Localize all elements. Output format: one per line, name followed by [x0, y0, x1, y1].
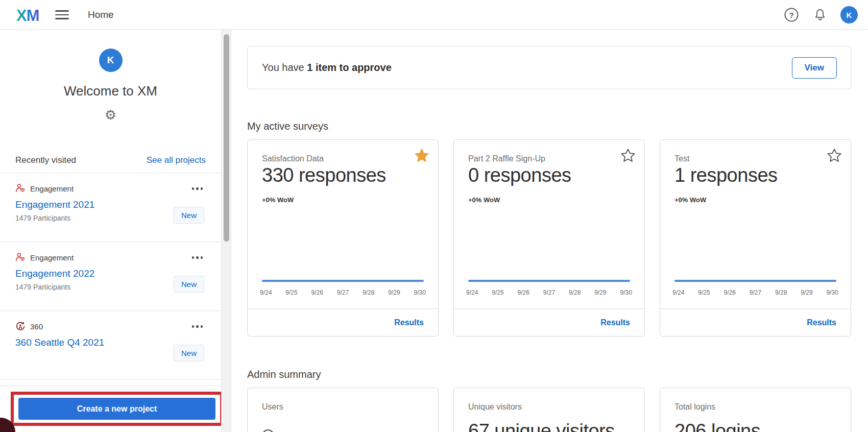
- results-link[interactable]: Results: [394, 318, 424, 327]
- wow-delta: +0% WoW: [674, 196, 706, 204]
- project-menu-dots-icon[interactable]: [190, 323, 205, 330]
- survey-card-footer: Results: [248, 308, 438, 336]
- favorite-star-icon[interactable]: [621, 148, 635, 162]
- admin-card-unique-visitors: Unique visitors 67 unique visitors: [453, 388, 645, 432]
- recently-visited-label: Recently visited: [15, 155, 76, 165]
- body: K Welcome to XM ⚙ Recently visited See a…: [0, 30, 868, 432]
- sidebar-bottom-bar: Create a new project: [0, 386, 221, 432]
- project-type-row: Engagement: [15, 183, 206, 194]
- survey-card-test: Test 1 responses +0% WoW 9/249/259/269/2…: [660, 139, 851, 337]
- person-heart-icon: [15, 252, 26, 262]
- date-tick: 9/30: [414, 289, 426, 296]
- approval-text-prefix: You have: [262, 62, 307, 73]
- settings-gear-icon[interactable]: ⚙: [105, 108, 116, 122]
- notifications-bell-icon[interactable]: [812, 7, 828, 23]
- date-tick: 9/29: [801, 289, 812, 296]
- help-icon[interactable]: ?: [783, 7, 800, 23]
- approval-banner: You have 1 item to approve View: [247, 46, 851, 89]
- admin-cards-row: Users Unique visitors 67 unique visitors…: [247, 388, 851, 432]
- sparkline-date-axis: 9/249/259/269/279/289/299/30: [672, 289, 838, 296]
- person-heart-icon: [15, 183, 26, 194]
- sparkline-date-axis: 9/249/259/269/279/289/299/30: [466, 289, 632, 296]
- favorite-star-icon[interactable]: [827, 148, 841, 162]
- xm-logo[interactable]: XM: [16, 7, 39, 25]
- project-menu-dots-icon[interactable]: [190, 185, 205, 192]
- date-tick: 9/24: [466, 289, 478, 296]
- admin-card-title: Users: [262, 402, 283, 412]
- survey-card-footer: Results: [454, 308, 644, 336]
- hamburger-menu-icon[interactable]: [55, 9, 69, 20]
- active-surveys-heading: My active surveys: [247, 119, 851, 133]
- date-tick: 9/25: [492, 289, 503, 296]
- survey-title: Part 2 Raffle Sign-Up: [468, 154, 545, 163]
- results-link[interactable]: Results: [600, 318, 630, 327]
- recently-visited-header: Recently visited See all projects: [15, 155, 206, 165]
- project-type-label: 360: [30, 322, 43, 331]
- user-avatar[interactable]: K: [840, 6, 858, 23]
- page-title: Home: [88, 9, 114, 20]
- sidebar-profile: K Welcome to XM ⚙: [0, 49, 221, 122]
- admin-card-title: Total logins: [674, 402, 715, 412]
- date-tick: 9/26: [724, 289, 736, 296]
- date-tick: 9/24: [260, 289, 272, 296]
- svg-text:?: ?: [789, 11, 793, 19]
- results-link[interactable]: Results: [807, 318, 836, 327]
- survey-card-footer: Results: [660, 308, 851, 336]
- main-content: You have 1 item to approve View My activ…: [231, 30, 868, 432]
- topbar-actions: ? K: [783, 0, 868, 30]
- date-tick: 9/25: [698, 289, 710, 296]
- date-tick: 9/30: [827, 289, 838, 296]
- admin-card-total-logins: Total logins 206 logins: [660, 388, 851, 432]
- view-button[interactable]: View: [792, 57, 837, 79]
- date-tick: 9/26: [518, 289, 529, 296]
- project-type-row: Engagement: [15, 252, 206, 262]
- new-badge[interactable]: New: [174, 345, 204, 362]
- project-item-360-seattle: 360 360 Seattle Q4 2021 New: [0, 311, 221, 380]
- wow-delta: +0% WoW: [468, 196, 500, 204]
- survey-title: Satisfaction Data: [262, 154, 324, 163]
- date-tick: 9/27: [543, 289, 555, 296]
- survey-title: Test: [674, 154, 689, 163]
- wow-delta: +0% WoW: [262, 196, 294, 204]
- user-avatar-partial-icon: [262, 429, 274, 432]
- date-tick: 9/29: [388, 289, 400, 296]
- project-item-engagement-2022: Engagement Engagement 2022 1479 Particip…: [0, 242, 221, 311]
- sidebar-scrollbar-thumb[interactable]: [224, 34, 229, 242]
- date-tick: 9/28: [569, 289, 581, 296]
- project-link[interactable]: Engagement 2022: [15, 268, 94, 279]
- project-menu-dots-icon[interactable]: [190, 254, 205, 261]
- project-link[interactable]: Engagement 2021: [15, 199, 94, 210]
- sparkline-date-axis: 9/249/259/269/279/289/299/30: [260, 289, 426, 296]
- response-count: 1 responses: [674, 164, 778, 186]
- approval-text-bold: 1 item to approve: [307, 62, 392, 73]
- date-tick: 9/27: [750, 289, 761, 296]
- favorite-star-icon[interactable]: [415, 148, 429, 162]
- annotation-highlight-box: Create a new project: [11, 392, 223, 426]
- admin-card-title: Unique visitors: [468, 402, 522, 412]
- project-type-label: Engagement: [30, 253, 74, 262]
- project-type-row: 360: [15, 321, 206, 331]
- date-tick: 9/24: [672, 289, 684, 296]
- new-badge[interactable]: New: [174, 276, 204, 293]
- create-new-project-button[interactable]: Create a new project: [18, 398, 215, 420]
- profile-avatar[interactable]: K: [99, 49, 123, 72]
- new-badge[interactable]: New: [174, 207, 204, 224]
- admin-card-users: Users: [247, 388, 439, 432]
- responses-sparkline: [468, 280, 630, 282]
- approval-text: You have 1 item to approve: [262, 62, 392, 74]
- see-all-projects-link[interactable]: See all projects: [147, 155, 206, 165]
- date-tick: 9/27: [337, 289, 349, 296]
- response-count: 330 responses: [262, 164, 386, 186]
- survey-card-satisfaction-data: Satisfaction Data 330 responses +0% WoW …: [247, 139, 439, 337]
- date-tick: 9/28: [775, 289, 787, 296]
- project-link[interactable]: 360 Seattle Q4 2021: [15, 337, 104, 348]
- date-tick: 9/30: [620, 289, 632, 296]
- admin-summary-heading: Admin summary: [247, 367, 851, 381]
- sidebar-scrollbar-track[interactable]: [221, 30, 231, 432]
- responses-sparkline: [674, 280, 836, 282]
- survey-cards-row: Satisfaction Data 330 responses +0% WoW …: [247, 139, 851, 337]
- survey-card-raffle-signup: Part 2 Raffle Sign-Up 0 responses +0% Wo…: [453, 139, 645, 337]
- project-type-label: Engagement: [30, 184, 74, 193]
- response-count: 0 responses: [468, 164, 571, 186]
- date-tick: 9/26: [311, 289, 323, 296]
